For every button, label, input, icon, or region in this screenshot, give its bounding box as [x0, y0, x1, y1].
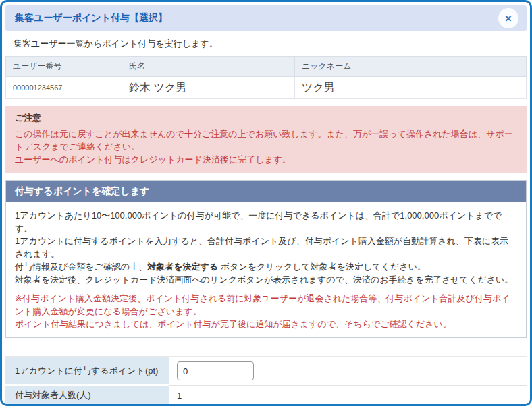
user-table: ユーザー番号 氏名 ニックネーム 000001234567 鈴木 ツク男 ツク男 [5, 56, 527, 99]
warning-line-1: ※付与ポイント購入金額決定後、ポイント付与される前に対象ユーザーが退会された場合… [15, 292, 517, 318]
points-per-account-cell [169, 357, 527, 386]
decide-button-reference: 対象者を決定する [147, 262, 218, 272]
user-table-header-row: ユーザー番号 氏名 ニックネーム [6, 57, 527, 77]
point-form-table: 1アカウントに付与するポイント(pt) 付与対象者人数(人) 1 付与ポイント合… [5, 356, 527, 406]
warning-line-2: ポイント付与結果につきましては、ポイント付与が完了後に通知が届きますので、そちら… [15, 318, 517, 330]
intro-text: 集客ユーザー一覧からポイント付与を実行します。 [14, 38, 525, 50]
close-icon: ✕ [505, 13, 512, 24]
section-header: 付与するポイントを確定します [6, 181, 526, 202]
user-table-header-name: 氏名 [122, 57, 295, 77]
target-count-value: 1 [169, 386, 527, 405]
close-button[interactable]: ✕ [498, 8, 518, 28]
user-name-cell: 鈴木 ツク男 [122, 77, 295, 99]
form-row-points-per-account: 1アカウントに付与するポイント(pt) [5, 357, 527, 386]
user-table-header-nickname: ニックネーム [295, 57, 527, 77]
user-table-row: 000001234567 鈴木 ツク男 ツク男 [6, 77, 527, 99]
notice-line-2: ユーザーへのポイント付与はクレジットカード決済後に完了します。 [15, 153, 517, 166]
notice-box: ご注意 この操作は元に戻すことが出来ませんので十分ご注意の上でお願い致します。ま… [5, 106, 527, 173]
warnings-block: ※付与ポイント購入金額決定後、ポイント付与される前に対象ユーザーが退会された場合… [15, 292, 517, 330]
instruction-line-3: 付与情報及び金額をご確認の上、対象者を決定する ボタンをクリックして対象者を決定… [15, 260, 517, 273]
instruction-prefix: 付与情報及び金額をご確認の上、 [15, 262, 147, 272]
notice-title: ご注意 [15, 112, 517, 124]
instruction-suffix: ボタンをクリックして対象者を決定してください。 [218, 262, 426, 272]
section-body: 1アカウントあたり10〜100,000ポイントの付与が可能で、一度に付与できるポ… [6, 202, 526, 337]
notice-line-1: この操作は元に戻すことが出来ませんので十分ご注意の上でお願い致します。また、万が… [15, 127, 517, 153]
user-table-header-user-number: ユーザー番号 [6, 57, 122, 77]
form-row-target-count: 付与対象者人数(人) 1 [5, 386, 527, 405]
points-per-account-label: 1アカウントに付与するポイント(pt) [5, 357, 169, 386]
user-nickname-cell: ツク男 [295, 77, 527, 99]
instruction-line-4: 対象者を決定後、クレジットカード決済画面へのリンクボタンが表示されますので、決済… [15, 273, 517, 286]
instruction-line-1: 1アカウントあたり10〜100,000ポイントの付与が可能で、一度に付与できるポ… [15, 209, 517, 235]
instruction-line-2: 1アカウントに付与するポイントを入力すると、合計付与ポイント及び、付与ポイント購… [15, 235, 517, 260]
target-count-label: 付与対象者人数(人) [5, 386, 169, 405]
points-per-account-input[interactable] [177, 361, 254, 380]
user-number-cell: 000001234567 [6, 77, 122, 99]
point-grant-dialog: 集客ユーザーポイント付与【選択】 ✕ 集客ユーザー一覧からポイント付与を実行しま… [0, 0, 532, 406]
point-confirm-section: 付与するポイントを確定します 1アカウントあたり10〜100,000ポイントの付… [5, 180, 527, 338]
dialog-title: 集客ユーザーポイント付与【選択】 [15, 12, 167, 24]
dialog-header: 集客ユーザーポイント付与【選択】 ✕ [5, 5, 527, 31]
